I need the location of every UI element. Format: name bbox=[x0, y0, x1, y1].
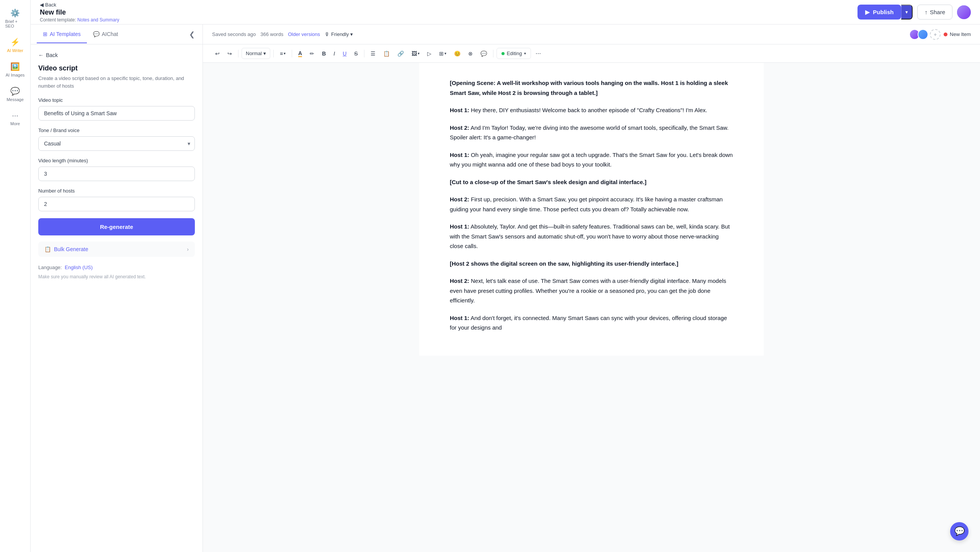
chat-bubble-icon: 💬 bbox=[954, 526, 965, 536]
ai-images-icon: 🖼️ bbox=[10, 62, 20, 71]
bulk-generate-icon: 📋 bbox=[44, 246, 51, 252]
speaker-label: Host 1: bbox=[450, 315, 469, 321]
user-avatar[interactable] bbox=[957, 5, 971, 19]
tone-brand-select-wrapper: Casual Formal Friendly Professional ▾ bbox=[38, 136, 195, 151]
ai-writer-icon: ⚡ bbox=[10, 38, 20, 47]
emoji-button[interactable]: 😊 bbox=[451, 48, 464, 59]
ordered-list-button[interactable]: 📋 bbox=[380, 48, 393, 59]
style-label: Normal bbox=[246, 51, 262, 56]
editor-scroll-area: [Opening Scene: A well-lit workshop with… bbox=[203, 63, 980, 552]
speaker-label: Host 2: bbox=[450, 196, 469, 203]
link-button[interactable]: 🔗 bbox=[394, 48, 407, 59]
sidebar-item-brief-seo[interactable]: ⚙️ Brief + SEO bbox=[2, 5, 28, 32]
bullet-list-button[interactable]: ☰ bbox=[368, 48, 379, 59]
editing-badge[interactable]: Editing ▾ bbox=[497, 48, 531, 59]
bulk-generate-button[interactable]: 📋 Bulk Generate › bbox=[38, 242, 195, 257]
align-chevron-icon: ▾ bbox=[284, 51, 286, 56]
publish-label: Publish bbox=[873, 9, 893, 15]
meta-right: + New Item bbox=[909, 29, 971, 40]
play-button[interactable]: ▷ bbox=[424, 48, 434, 59]
tab-label: AIChat bbox=[102, 31, 118, 37]
back-label: Back bbox=[45, 2, 56, 8]
align-button[interactable]: ≡ ▾ bbox=[277, 48, 289, 59]
sidebar-item-label: Message bbox=[7, 97, 24, 102]
text-color-button[interactable]: A bbox=[295, 48, 305, 59]
bold-button[interactable]: B bbox=[319, 48, 329, 59]
tab-ai-templates[interactable]: ⊞ AI Templates bbox=[37, 26, 87, 43]
video-length-field: Video length (minutes) bbox=[38, 158, 195, 181]
video-topic-input[interactable] bbox=[38, 106, 195, 121]
comment-button[interactable]: 💬 bbox=[477, 48, 490, 59]
more-button[interactable]: ⋯ bbox=[532, 48, 544, 59]
paragraph-host1-1: Host 1: Hey there, DIY enthusiasts! Welc… bbox=[450, 105, 733, 115]
tab-ai-chat[interactable]: 💬 AIChat bbox=[87, 26, 124, 43]
sidebar-item-ai-images[interactable]: 🖼️ AI Images bbox=[2, 58, 28, 81]
chat-bubble-button[interactable]: 💬 bbox=[950, 522, 969, 541]
publish-button[interactable]: ▶ Publish bbox=[858, 5, 901, 20]
underline-icon: U bbox=[343, 51, 346, 57]
content-template-label: Content template: Notes and Summary bbox=[40, 17, 119, 23]
paragraph-host1-4: Host 1: And don't forget, it's connected… bbox=[450, 313, 733, 333]
new-item-button[interactable]: New Item bbox=[944, 31, 971, 37]
ai-templates-icon: ⊞ bbox=[43, 31, 47, 37]
new-item-label: New Item bbox=[950, 31, 971, 37]
paragraph-host2-2: Host 2: First up, precision. With a Smar… bbox=[450, 194, 733, 214]
panel-back-button[interactable]: ← Back bbox=[38, 52, 195, 58]
undo-button[interactable]: ↩ bbox=[212, 48, 223, 59]
sidebar-item-ai-writer[interactable]: ⚡ AI Writer bbox=[2, 34, 28, 57]
sidebar-item-label: Brief + SEO bbox=[5, 19, 25, 28]
comment-icon: 💬 bbox=[480, 51, 487, 57]
undo-icon: ↩ bbox=[215, 51, 220, 57]
editor-toolbar: ↩ ↪ Normal ▾ ≡ ▾ A bbox=[203, 44, 980, 63]
sidebar-item-message[interactable]: 💬 Message bbox=[2, 83, 28, 106]
speaker-label: Host 2: bbox=[450, 124, 469, 131]
panel-content: ← Back Video script Create a video scrip… bbox=[31, 44, 203, 552]
paragraph-host2-3: Host 2: Next, let's talk ease of use. Th… bbox=[450, 276, 733, 305]
num-hosts-input[interactable] bbox=[38, 197, 195, 211]
video-length-input[interactable] bbox=[38, 167, 195, 181]
editor-area: Saved seconds ago 366 words Older versio… bbox=[203, 24, 980, 552]
regenerate-button[interactable]: Re-generate bbox=[38, 218, 195, 235]
emoji-icon: 😊 bbox=[454, 51, 461, 57]
strikethrough-button[interactable]: S bbox=[351, 48, 361, 59]
italic-button[interactable]: I bbox=[330, 48, 338, 59]
paragraph-scene-1: [Opening Scene: A well-lit workshop with… bbox=[450, 78, 733, 98]
avatar-2 bbox=[918, 29, 928, 40]
sidebar-item-label: AI Images bbox=[6, 73, 25, 77]
language-section: Language: English (US) bbox=[38, 265, 195, 270]
paragraph-host2-1: Host 2: And I'm Taylor! Today, we're div… bbox=[450, 123, 733, 142]
content-template-link[interactable]: Notes and Summary bbox=[77, 17, 119, 23]
image-button[interactable]: 🖼 ▾ bbox=[408, 48, 423, 59]
sidebar-item-more[interactable]: ··· More bbox=[2, 107, 28, 130]
content-wrapper: ⊞ AI Templates 💬 AIChat ❮ ← Back Video s… bbox=[31, 24, 980, 552]
tone-brand-select[interactable]: Casual Formal Friendly Professional bbox=[38, 136, 195, 151]
editing-label: Editing bbox=[507, 51, 522, 56]
editor-content: [Opening Scene: A well-lit workshop with… bbox=[419, 63, 764, 356]
back-button[interactable]: ◀ Back bbox=[40, 2, 119, 8]
tone-selector-button[interactable]: 🎙 Friendly ▾ bbox=[325, 31, 353, 37]
publish-dropdown-button[interactable]: ▾ bbox=[901, 5, 913, 20]
clear-format-button[interactable]: ⊗ bbox=[465, 48, 476, 59]
redo-button[interactable]: ↪ bbox=[224, 48, 235, 59]
speaker-label: Host 1: bbox=[450, 152, 469, 158]
underline-button[interactable]: U bbox=[340, 48, 350, 59]
highlight-button[interactable]: ✏ bbox=[307, 48, 317, 59]
clear-format-icon: ⊗ bbox=[468, 51, 473, 57]
num-hosts-field: Number of hosts bbox=[38, 188, 195, 211]
avatar-add[interactable]: + bbox=[930, 29, 941, 40]
section-desc: Create a video script based on a specifi… bbox=[38, 75, 195, 90]
table-button[interactable]: ⊞ ▾ bbox=[436, 48, 449, 59]
language-link[interactable]: English (US) bbox=[65, 265, 93, 270]
video-length-label: Video length (minutes) bbox=[38, 158, 195, 163]
style-selector[interactable]: Normal ▾ bbox=[242, 48, 270, 59]
video-topic-label: Video topic bbox=[38, 97, 195, 103]
share-button[interactable]: ↑ Share bbox=[917, 5, 952, 20]
panel-tabs: ⊞ AI Templates 💬 AIChat ❮ bbox=[31, 24, 203, 44]
older-versions-link[interactable]: Older versions bbox=[288, 31, 320, 37]
panel-collapse-button[interactable]: ❮ bbox=[188, 29, 196, 40]
brief-seo-icon: ⚙️ bbox=[10, 8, 20, 18]
image-chevron-icon: ▾ bbox=[418, 51, 420, 56]
tone-brand-field: Tone / Brand voice Casual Formal Friendl… bbox=[38, 127, 195, 151]
sidebar-item-label: More bbox=[10, 121, 20, 126]
image-icon: 🖼 bbox=[412, 51, 417, 57]
